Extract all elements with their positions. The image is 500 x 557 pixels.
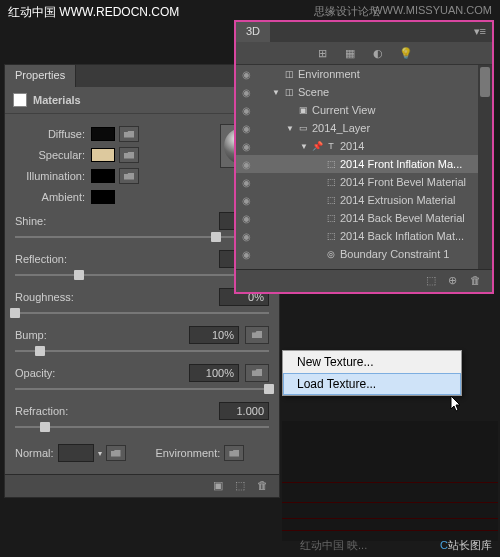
visibility-toggle[interactable]: ◉ — [236, 87, 256, 98]
tree-item-label: 2014 Front Bevel Material — [340, 176, 478, 188]
node-type-icon: ▭ — [296, 123, 310, 133]
tree-item[interactable]: ◉▼▭2014_Layer — [236, 119, 492, 137]
node-type-icon: ⬚ — [324, 213, 338, 223]
visibility-toggle[interactable]: ◉ — [236, 195, 256, 206]
panel-menu-button[interactable]: ▾≡ — [468, 22, 492, 42]
tree-item-label: 2014 Front Inflation Ma... — [340, 158, 478, 170]
menu-load-texture[interactable]: Load Texture... — [283, 373, 461, 395]
watermark-top-right-1: 思缘设计论坛 — [314, 4, 380, 19]
normal-texture-button[interactable] — [106, 445, 126, 461]
folder-icon — [252, 369, 262, 376]
illumination-row: Illumination: — [15, 167, 269, 185]
refraction-value[interactable]: 1.000 — [219, 402, 269, 420]
bump-texture-button[interactable] — [245, 326, 269, 344]
threed-tab[interactable]: 3D — [236, 22, 270, 42]
menu-new-texture[interactable]: New Texture... — [283, 351, 461, 373]
opacity-value[interactable]: 100% — [189, 364, 239, 382]
slider-thumb[interactable] — [264, 384, 274, 394]
filter-icon[interactable]: ⊞ — [315, 46, 329, 60]
normal-dropdown[interactable] — [58, 444, 94, 462]
visibility-toggle[interactable]: ◉ — [236, 123, 256, 134]
tree-item-label: Environment — [298, 68, 478, 80]
reflection-row: Reflection:25% — [15, 250, 269, 276]
viewport-floor — [282, 421, 498, 541]
illumination-swatch[interactable] — [91, 169, 115, 183]
specular-swatch[interactable] — [91, 148, 115, 162]
bump-value[interactable]: 10% — [189, 326, 239, 344]
tree-item[interactable]: ◉▼📌T2014 — [236, 137, 492, 155]
footer-icon-a[interactable]: ⬚ — [426, 274, 440, 288]
node-type-icon: ⬚ — [324, 195, 338, 205]
tree-item[interactable]: ◉⬚2014 Extrusion Material — [236, 191, 492, 209]
slider-thumb[interactable] — [40, 422, 50, 432]
tree-item-label: Scene — [298, 86, 478, 98]
slider-thumb[interactable] — [74, 270, 84, 280]
visibility-toggle[interactable]: ◉ — [236, 249, 256, 260]
twisty-icon[interactable]: ▼ — [300, 142, 310, 151]
refraction-slider[interactable] — [15, 426, 269, 428]
roughness-slider[interactable] — [15, 312, 269, 314]
slider-thumb[interactable] — [35, 346, 45, 356]
environment-texture-button[interactable] — [224, 445, 244, 461]
scrollbar[interactable] — [478, 65, 492, 269]
twisty-icon[interactable]: ▼ — [286, 124, 296, 133]
footer-icon-2[interactable]: ⬚ — [235, 479, 249, 493]
visibility-toggle[interactable]: ◉ — [236, 105, 256, 116]
tree-item[interactable]: ◉⬚2014 Front Bevel Material — [236, 173, 492, 191]
bump-label: Bump: — [15, 329, 47, 341]
light-icon[interactable]: 💡 — [399, 46, 413, 60]
watermark-bottom-right: C站长图库 — [440, 538, 492, 553]
diffuse-swatch[interactable] — [91, 127, 115, 141]
tree-item[interactable]: ◉◎Boundary Constraint 1 — [236, 245, 492, 263]
materials-icon — [13, 93, 27, 107]
trash-icon[interactable]: 🗑 — [257, 479, 271, 493]
tree-item[interactable]: ◉▣Current View — [236, 101, 492, 119]
tree-item[interactable]: ◉⬚2014 Front Inflation Ma... — [236, 155, 492, 173]
tree-item-label: 2014 — [340, 140, 478, 152]
tree-item[interactable]: ◉⬚2014 Back Inflation Mat... — [236, 227, 492, 245]
mesh-icon[interactable]: ▦ — [343, 46, 357, 60]
tree-item-label: Boundary Constraint 1 — [340, 248, 478, 260]
properties-tab[interactable]: Properties — [5, 65, 76, 87]
shine-row: Shine:79% — [15, 212, 269, 238]
visibility-toggle[interactable]: ◉ — [236, 69, 256, 80]
illumination-texture-button[interactable] — [119, 168, 139, 184]
ambient-swatch[interactable] — [91, 190, 115, 204]
folder-icon — [252, 331, 262, 338]
twisty-icon[interactable]: ▼ — [272, 88, 282, 97]
visibility-toggle[interactable]: ◉ — [236, 213, 256, 224]
reflection-slider[interactable] — [15, 274, 269, 276]
trash-icon[interactable]: 🗑 — [470, 274, 484, 288]
footer-icon-b[interactable]: ⊕ — [448, 274, 462, 288]
roughness-label: Roughness: — [15, 291, 74, 303]
opacity-label: Opacity: — [15, 367, 55, 379]
tree-item-label: 2014 Extrusion Material — [340, 194, 478, 206]
tree-item-label: 2014 Back Bevel Material — [340, 212, 478, 224]
scrollbar-thumb[interactable] — [480, 67, 490, 97]
slider-thumb[interactable] — [10, 308, 20, 318]
roughness-row: Roughness:0% — [15, 288, 269, 314]
shine-slider[interactable] — [15, 236, 269, 238]
specular-texture-button[interactable] — [119, 147, 139, 163]
slider-thumb[interactable] — [211, 232, 221, 242]
material-icon[interactable]: ◐ — [371, 46, 385, 60]
bump-slider[interactable] — [15, 350, 269, 352]
tree-item-label: 2014 Back Inflation Mat... — [340, 230, 478, 242]
folder-icon — [124, 152, 134, 159]
tree-item[interactable]: ◉◫Environment — [236, 65, 492, 83]
node-type-icon: T — [324, 141, 338, 151]
visibility-toggle[interactable]: ◉ — [236, 141, 256, 152]
opacity-texture-button[interactable] — [245, 364, 269, 382]
tree-item[interactable]: ◉⬚2014 Back Bevel Material — [236, 209, 492, 227]
visibility-toggle[interactable]: ◉ — [236, 177, 256, 188]
cursor-icon — [450, 396, 464, 414]
opacity-row: Opacity:100% — [15, 364, 269, 390]
watermark-top-right-2: WWW.MISSYUAN.COM — [372, 4, 492, 16]
visibility-toggle[interactable]: ◉ — [236, 231, 256, 242]
diffuse-texture-button[interactable] — [119, 126, 139, 142]
visibility-toggle[interactable]: ◉ — [236, 159, 256, 170]
tree-item[interactable]: ◉▼◫Scene — [236, 83, 492, 101]
folder-icon — [111, 450, 121, 457]
footer-icon-1[interactable]: ▣ — [213, 479, 227, 493]
opacity-slider[interactable] — [15, 388, 269, 390]
